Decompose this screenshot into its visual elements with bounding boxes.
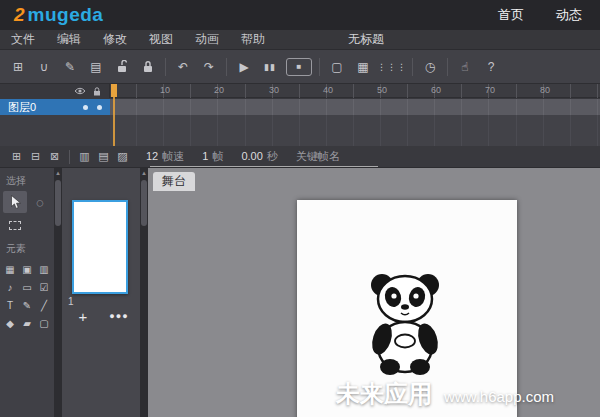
element-checkbox-button[interactable]: ☑ — [36, 280, 52, 295]
ruler-mark: 20 — [214, 85, 224, 95]
onion-skin-outline-button[interactable]: ▤ — [94, 148, 113, 166]
insert-frame-button[interactable]: ⊞ — [7, 148, 26, 166]
ruler-mark: 70 — [485, 85, 495, 95]
select-section-label: 选择 — [0, 168, 54, 191]
stage-canvas[interactable] — [297, 200, 517, 417]
playhead-handle[interactable] — [111, 84, 117, 97]
undo-icon: ↶ — [178, 60, 188, 74]
qr-code-button[interactable]: ▦ — [351, 55, 375, 79]
container-icon: ▭ — [22, 282, 31, 293]
timeline-ruler[interactable]: 10 20 30 40 50 60 70 80 — [0, 84, 600, 98]
scrollbar-thumb[interactable] — [141, 180, 147, 226]
pencil-button[interactable]: ✎ — [58, 55, 82, 79]
pencil-icon: ✎ — [65, 60, 75, 74]
group-frames-button[interactable]: ⊟ — [26, 148, 45, 166]
add-page-button[interactable]: + — [72, 306, 94, 326]
ruler-mark: 60 — [431, 85, 441, 95]
element-image-button[interactable]: ▣ — [19, 262, 35, 277]
layer-item[interactable]: 图层0 — [0, 99, 110, 115]
stage-tab[interactable]: 舞台 — [153, 172, 195, 191]
element-shape-button[interactable]: ◆ — [2, 316, 18, 331]
element-components-button[interactable]: ▦ — [2, 262, 18, 277]
element-container-button[interactable]: ▭ — [19, 280, 35, 295]
onion-skin-button[interactable]: ▥ — [75, 148, 94, 166]
unlock-button[interactable] — [110, 55, 134, 79]
layer-lock-dot[interactable] — [97, 105, 102, 110]
toolbar-divider — [319, 58, 320, 76]
undo-button[interactable]: ↶ — [171, 55, 195, 79]
keyframe-name-field[interactable]: 关键帧名 — [296, 149, 340, 164]
current-frame-label: 帧 — [212, 149, 223, 164]
snap-grid-button[interactable]: ⊞ — [6, 55, 30, 79]
element-pencil-button[interactable]: ✎ — [19, 298, 35, 313]
panda-illustration[interactable] — [355, 268, 455, 378]
mugeda-logo-icon: 2 — [14, 4, 25, 26]
mugeda-logo[interactable]: 2 mugeda — [14, 4, 103, 26]
lock-column-icon[interactable] — [93, 87, 101, 96]
scrollbar-thumb[interactable] — [55, 180, 61, 226]
text-icon: T — [7, 300, 13, 311]
scroll-up-icon[interactable]: ▴ — [140, 168, 148, 178]
nav-news-link[interactable]: 动态 — [556, 6, 582, 24]
layer-frames-track[interactable] — [110, 99, 600, 115]
element-line-button[interactable]: ╱ — [36, 298, 52, 313]
ruler-mark: 50 — [377, 85, 387, 95]
toolbar-divider — [226, 58, 227, 76]
free-transform-tool-button[interactable] — [3, 214, 27, 236]
nav-home-link[interactable]: 首页 — [498, 6, 524, 24]
workspace: 选择 ◌ 元素 ▦ ▣ ▥ ♪ ▭ ☑ T ✎ ╱ ◆ ▰ ▢ — [0, 168, 600, 417]
delete-frame-button[interactable]: ⊠ — [45, 148, 64, 166]
element-brush-button[interactable]: ▰ — [19, 316, 35, 331]
edit-multiple-frames-button[interactable]: ▨ — [113, 148, 132, 166]
element-text-button[interactable]: T — [2, 298, 18, 313]
redo-button[interactable]: ↷ — [197, 55, 221, 79]
visibility-column-icon[interactable] — [74, 87, 86, 95]
menu-view[interactable]: 视图 — [138, 30, 184, 49]
play-button[interactable]: ▶ — [232, 55, 256, 79]
select-tool-button[interactable] — [3, 191, 27, 213]
frame-columns-button[interactable]: ⋮⋮⋮ — [377, 55, 407, 79]
line-icon: ╱ — [41, 300, 47, 311]
menu-file[interactable]: 文件 — [0, 30, 46, 49]
paint-button[interactable]: ▤ — [84, 55, 108, 79]
menu-modify[interactable]: 修改 — [92, 30, 138, 49]
magnet-button[interactable]: ∪ — [32, 55, 56, 79]
fps-label: 帧速 — [162, 149, 184, 164]
element-audio-button[interactable]: ♪ — [2, 280, 18, 295]
pages-panel-scrollbar[interactable]: ▴ — [140, 168, 148, 417]
menu-edit[interactable]: 编辑 — [46, 30, 92, 49]
stop-button[interactable]: ■ — [286, 58, 312, 76]
qr-code-icon: ▦ — [357, 60, 368, 74]
tools-panel-scrollbar[interactable]: ▴ — [54, 168, 62, 417]
ruler-mark: 40 — [323, 85, 333, 95]
snap-grid-icon: ⊞ — [13, 60, 23, 74]
lasso-tool-button[interactable]: ◌ — [28, 191, 52, 213]
scroll-up-icon[interactable]: ▴ — [54, 168, 62, 178]
page-thumbnail[interactable] — [72, 200, 128, 294]
video-icon: ▥ — [39, 264, 48, 275]
pause-icon: ▮▮ — [264, 62, 276, 72]
help-icon: ? — [488, 60, 495, 74]
page-more-button[interactable]: ●●● — [108, 306, 130, 326]
select-tools-grid: ◌ — [0, 191, 54, 236]
menu-animation[interactable]: 动画 — [184, 30, 230, 49]
gesture-button[interactable]: ☝ — [453, 55, 477, 79]
menu-help[interactable]: 帮助 — [230, 30, 276, 49]
checkbox-icon: ☑ — [40, 282, 49, 293]
menu-bar: 文件 编辑 修改 视图 动画 帮助 无标题 — [0, 30, 600, 50]
timer-button[interactable]: ◷ — [418, 55, 442, 79]
layer-column-headers — [0, 84, 110, 98]
layer-visibility-dot[interactable] — [83, 105, 88, 110]
timeline-empty-track[interactable] — [110, 115, 600, 146]
help-button[interactable]: ? — [479, 55, 503, 79]
timeline-empty-rows — [0, 115, 600, 146]
edit-multiple-frames-icon: ▨ — [117, 150, 127, 163]
preview-button[interactable]: ▢ — [325, 55, 349, 79]
lock-button[interactable] — [136, 55, 160, 79]
element-screen-button[interactable]: ▢ — [36, 316, 52, 331]
frame-controls-bar: ⊞ ⊟ ⊠ ▥ ▤ ▨ 12 帧速 1 帧 0.00 秒 关键帧名 — [0, 146, 600, 168]
onion-skin-outline-icon: ▤ — [98, 150, 108, 163]
pause-button[interactable]: ▮▮ — [258, 55, 282, 79]
stop-icon: ■ — [297, 62, 302, 71]
element-video-button[interactable]: ▥ — [36, 262, 52, 277]
